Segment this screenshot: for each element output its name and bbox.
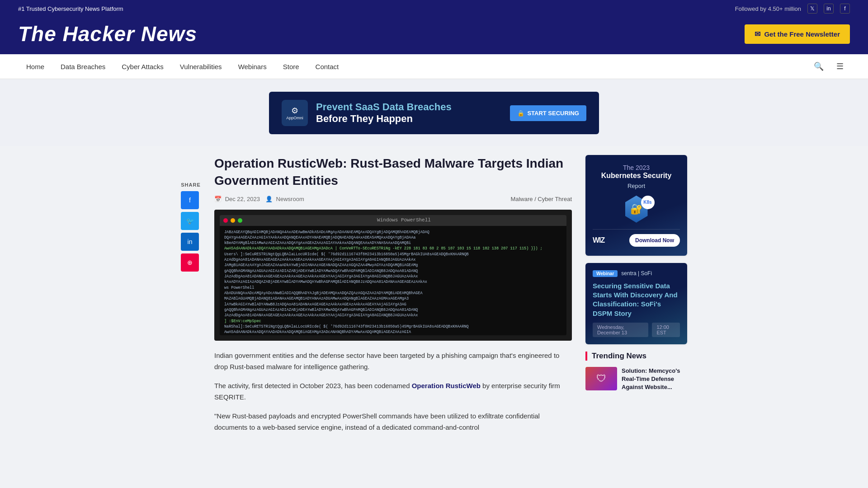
author-icon: 👤: [265, 196, 273, 202]
code-line-16: ] :$EnV:ceMpSpec: [224, 319, 562, 324]
trending-thumb-1: 🛡: [585, 367, 617, 390]
newsletter-button[interactable]: ✉ Get the Free Newsletter: [745, 24, 850, 44]
nav-home[interactable]: Home: [18, 56, 52, 78]
code-line-11: AbADUANQAxADcAMQAyADcANwBlADIAQQBhADYAJg…: [224, 291, 562, 296]
facebook-social-link[interactable]: f: [840, 4, 850, 14]
webinar-footer: Wednesday, December 13 12:00 EST: [593, 323, 680, 337]
kubernetes-card-inner: The 2023 Kubernetes Security Report 🔐 K8…: [585, 155, 687, 256]
article-code-image: Windows PowerShell JABzAGEAYQBqADIAMQBjA…: [214, 210, 572, 341]
banner-headline1: Prevent SaaS Data Breaches: [316, 101, 502, 113]
article-content: Operation RusticWeb: Rust-Based Malware …: [214, 155, 572, 441]
terminal-close-dot: [223, 218, 228, 223]
nav-vulnerabilities[interactable]: Vulnerabilities: [172, 56, 230, 78]
article-date: Dec 22, 2023: [225, 196, 260, 202]
webinar-badge: Webinar: [593, 270, 618, 277]
terminal-title: Windows PowerShell: [245, 217, 563, 224]
terminal-minimize-dot: [231, 218, 235, 223]
k8s-subtitle: Report: [593, 183, 680, 189]
terminal-bar: Windows PowerShell: [220, 215, 566, 226]
trending-title: Trending News: [585, 352, 687, 361]
code-line-2: kBeADYAMgBlADIAMwAzAGIAZAAzADQAYgAxAGEAZ…: [224, 240, 562, 246]
menu-icon[interactable]: ☰: [830, 54, 850, 79]
nav-store[interactable]: Store: [275, 56, 307, 78]
other-share-button[interactable]: ⊕: [181, 253, 199, 272]
k8s-graphic: 🔐 K8s: [618, 196, 655, 223]
nav-webinars[interactable]: Webinars: [230, 56, 275, 78]
nav-cyber-attacks[interactable]: Cyber Attacks: [113, 56, 172, 78]
webinar-header: Webinar sentra | SoFi: [593, 270, 680, 277]
code-line-14: gAQQBhAGMANgAzAGUAzAGIAzADIAZABjADEAYwBl…: [224, 307, 562, 313]
code-line-1: DQAYgA4AGEAZAAzAGIAYAAkAxADQANQEAAxADYAN…: [224, 235, 562, 240]
linkedin-social-link[interactable]: in: [824, 4, 834, 14]
share-label: SHARE: [181, 182, 201, 188]
nav-data-breaches[interactable]: Data Breaches: [52, 56, 113, 78]
code-line-3: AwA5AdAANADkAxADQAYAADADkAxADQAMQBiAGEAM…: [224, 246, 562, 251]
article-title: Operation RusticWeb: Rust-Based Malware …: [214, 155, 572, 189]
banner-cta-button[interactable]: 🔒 START SECURING: [510, 105, 586, 121]
nav-contact[interactable]: Contact: [307, 56, 347, 78]
twitter-share-button[interactable]: 🐦: [181, 212, 199, 230]
webinar-logos: sentra | SoFi: [621, 270, 652, 277]
banner-text: Prevent SaaS Data Breaches Before They H…: [316, 101, 502, 125]
code-line-18: AwA5AdAANADkAxADQAYAADADkAxADQAMQBiAGEAM…: [224, 329, 562, 335]
kubernetes-card: The 2023 Kubernetes Security Report 🔐 K8…: [585, 155, 687, 256]
search-icon[interactable]: 🔍: [807, 54, 830, 79]
right-sidebar: The 2023 Kubernetes Security Report 🔐 K8…: [585, 155, 687, 441]
site-header: The Hacker News ✉ Get the Free Newslette…: [0, 17, 868, 54]
banner-logo-text: AppOmni: [286, 116, 303, 120]
banner-cta-label: START SECURING: [527, 110, 579, 117]
code-terminal: Windows PowerShell JABzAGEAYQBqADIAMQBjA…: [220, 215, 566, 335]
code-line-0: JABzAGEAYQBqADIAMQBjADANQA4AxADEAwBmADkA…: [224, 230, 562, 235]
code-line-9: kAxADYAzAGIAzADQAZABjADEAYwBlADYAMwADQAY…: [224, 279, 562, 285]
trending-item-1[interactable]: 🛡 Solution: Memcyco's Real-Time Defense …: [585, 367, 687, 392]
follow-text: Followed by 4.50+ million: [735, 5, 801, 12]
wiz-row: WIZ Download Now: [593, 229, 680, 247]
facebook-share-button[interactable]: f: [181, 191, 199, 209]
main-container: SHARE f 🐦 in ⊕ Operation RusticWeb: Rust…: [163, 146, 705, 450]
top-bar-right: Followed by 4.50+ million 𝕏 in f: [735, 4, 850, 14]
banner-ad: ⚙ AppOmni Prevent SaaS Data Breaches Bef…: [269, 92, 599, 134]
webinar-time: 12:00 EST: [652, 323, 680, 337]
newsletter-label: Get the Free Newsletter: [764, 30, 840, 38]
webinar-card-inner: Webinar sentra | SoFi Securing Sensitive…: [585, 263, 687, 344]
main-nav: Home Data Breaches Cyber Attacks Vulnera…: [0, 54, 868, 79]
download-now-button[interactable]: Download Now: [629, 234, 680, 247]
code-line-15: JAzAdDgAoA81ADANAxAGEAGEAzAAkAxAGEAzAAkA…: [224, 313, 562, 318]
envelope-icon: ✉: [755, 30, 760, 38]
webinar-date: Wednesday, December 13: [593, 323, 648, 337]
k8s-logo: K8s: [641, 196, 655, 209]
top-bar: #1 Trusted Cybersecurity News Platform F…: [0, 0, 868, 17]
wiz-logo: WIZ: [593, 236, 604, 244]
linkedin-share-button[interactable]: in: [181, 233, 199, 251]
lock-icon: 🔒: [517, 110, 524, 117]
site-title[interactable]: The Hacker News: [18, 22, 197, 46]
k8s-title: Kubernetes Security: [593, 171, 680, 181]
code-line-17: NaRShal]:SeCuRETSTRiNgtQgLQBAlaLLocURIcd…: [224, 324, 562, 329]
article-meta: 📅 Dec 22, 2023 👤 Newsroom Malware / Cybe…: [214, 196, 572, 202]
code-line-12: MAZABlAGUAMQBjADANQ81ADANAxAGEAMQB1ADYAN…: [224, 296, 562, 301]
article-body: Indian government entities and the defen…: [214, 350, 572, 433]
code-line-4: Users\ ]:SeCuRESTRiNgtQgLQBAlaLLocURIcde…: [224, 252, 562, 257]
webinar-title: Securing Sensitive Data Starts With Disc…: [593, 282, 680, 318]
terminal-expand-dot: [238, 218, 242, 223]
article-category[interactable]: Malware / Cyber Threat: [510, 196, 572, 202]
article-paragraph-1: Indian government entities and the defen…: [214, 350, 572, 373]
article-meta-left: 📅 Dec 22, 2023 👤 Newsroom: [214, 196, 304, 202]
webinar-card[interactable]: Webinar sentra | SoFi Securing Sensitive…: [585, 263, 687, 344]
tagline: #1 Trusted Cybersecurity News Platform: [18, 5, 123, 12]
share-sidebar: SHARE f 🐦 in ⊕: [181, 155, 201, 441]
operation-link[interactable]: Operation RusticWeb: [412, 382, 481, 389]
code-line-7: gAQQBhAGMANgAzAGUAzAGIAzADIAZABjADEAYwBl…: [224, 268, 562, 274]
code-line-13: lAYwBkAGIAYwBlADYANwB8JzADQAoA81ADANAxAG…: [224, 302, 562, 307]
article-author: Newsroom: [276, 196, 304, 202]
twitter-social-link[interactable]: 𝕏: [807, 4, 817, 14]
appomni-logo: ⚙ AppOmni: [282, 100, 308, 126]
article-paragraph-2: The activity, first detected in October …: [214, 380, 572, 403]
code-line-6: JAMgBiAGEAzAAYgAJAGEAZAAaADkAYwBjADIANAA…: [224, 263, 562, 268]
code-line-8: JAzAdDgAoA81ADANAxAGEAGEAzAAkAxAGEAzAAkA…: [224, 274, 562, 279]
banner-headline2: Before They Happen: [316, 113, 502, 125]
calendar-icon: 📅: [214, 196, 222, 202]
trending-text-1: Solution: Memcyco's Real-Time Defense Ag…: [622, 367, 687, 392]
code-lines-container: JABzAGEAYQBqADIAMQBjADANQA4AxADEAwBmADkA…: [224, 230, 562, 335]
code-line-5: AzAdDgAoA81ADANAxAGEAGEAzAAkAxAGEAzAAkAx…: [224, 257, 562, 263]
